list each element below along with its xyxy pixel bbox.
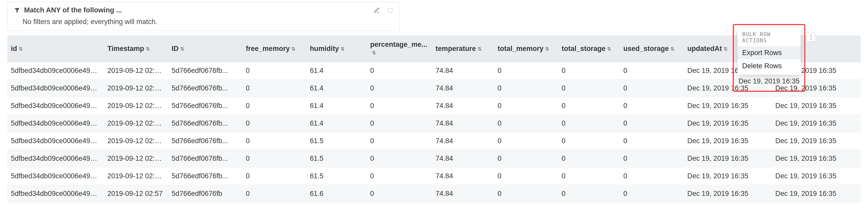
cell-updatedat: Dec 19, 2019 16:35 [684, 185, 772, 203]
table-row[interactable]: 5dfbed34db09ce0006e4971a2019-09-12 02:57… [7, 97, 861, 115]
cell-id[interactable]: 5dfbed34db09ce0006e4971b [7, 80, 104, 97]
cell-used-storage: 0 [620, 185, 684, 203]
cell-total-memory: 0 [494, 185, 558, 203]
cell-temperature: 74.84 [432, 185, 494, 203]
cell-free-memory: 0 [242, 132, 306, 150]
cell-id[interactable]: 5dfbed34db09ce0006e4971a [7, 97, 104, 115]
cell-total-storage: 0 [558, 150, 620, 168]
col-header-free-memory[interactable]: free_memory⇅ [242, 35, 306, 62]
refresh-filter-icon[interactable] [387, 7, 393, 13]
sort-icon: ⇅ [607, 46, 611, 52]
col-header-temperature[interactable]: temperature⇅ [432, 35, 494, 62]
cell-used-storage: 0 [620, 115, 684, 132]
delete-rows-item[interactable]: Delete Rows [738, 60, 801, 73]
cell-free-memory: 0 [242, 150, 306, 168]
cell-updatedat: Dec 19, 2019 16:35 [684, 150, 772, 168]
cell-updatedat: Dec 19, 2019 16:35 [684, 168, 772, 185]
cell-updatedat: Dec 19, 2019 16:35 [684, 132, 772, 150]
cell-total-memory: 0 [494, 150, 558, 168]
sort-icon: ⇅ [180, 46, 184, 52]
cell-id[interactable]: 5dfbed34db09ce0006e49719 [7, 115, 104, 132]
cell-temperature: 74.84 [432, 115, 494, 132]
cell-percentage-me: 0 [367, 97, 432, 115]
table-row[interactable]: 5dfbed34db09ce0006e497152019-09-12 02:57… [7, 185, 861, 203]
cell-id2: 5d766edf0676fb... [168, 80, 242, 97]
cell-humidity: 61.5 [306, 132, 366, 150]
cell-percentage-me: 0 [367, 62, 432, 80]
col-header-total-memory[interactable]: total_memory⇅ [494, 35, 558, 62]
table-row[interactable]: 5dfbed34db09ce0006e497192019-09-12 02:57… [7, 115, 861, 132]
cell-total-memory: 0 [494, 132, 558, 150]
more-vertical-icon: ⋮ [808, 33, 814, 41]
col-header-id2[interactable]: ID⇅ [168, 35, 242, 62]
cell-timestamp: 2019-09-12 02:58:... [104, 80, 168, 97]
cell-id2: 5d766edf0676fb... [168, 150, 242, 168]
cell-createdat: Dec 19, 2019 16:35 [772, 168, 861, 185]
cell-temperature: 74.84 [432, 80, 494, 97]
cell-total-storage: 0 [558, 132, 620, 150]
cell-timestamp: 2019-09-12 02:57:... [104, 97, 168, 115]
col-header-timestamp[interactable]: Timestamp⇅ [104, 35, 168, 62]
cell-total-storage: 0 [558, 185, 620, 203]
sort-icon: ⇅ [671, 46, 675, 52]
col-header-total-storage[interactable]: total_storage⇅ [558, 35, 620, 62]
cell-free-memory: 0 [242, 62, 306, 80]
sort-icon: ⇅ [372, 50, 376, 56]
cell-id2: 5d766edf0676fb... [168, 168, 242, 185]
cell-updatedat: Dec 19, 2019 16:35 [684, 97, 772, 115]
cell-id2: 5d766edf0676fb [168, 185, 242, 203]
cell-timestamp: 2019-09-12 02:57:... [104, 132, 168, 150]
cell-createdat: Dec 19, 2019 16:35 [772, 115, 861, 132]
filter-title: Match ANY of the following ... [24, 6, 370, 14]
cell-createdat: Dec 19, 2019 16:35 [772, 150, 861, 168]
table-row[interactable]: 5dfbed34db09ce0006e497172019-09-12 02:57… [7, 150, 861, 168]
cell-id2: 5d766edf0676fb... [168, 97, 242, 115]
filter-actions [374, 7, 393, 13]
cell-percentage-me: 0 [367, 168, 432, 185]
export-rows-item[interactable]: Export Rows [738, 46, 801, 60]
cell-id[interactable]: 5dfbed34db09ce0006e4971c [7, 62, 104, 80]
col-header-humidity[interactable]: humidity⇅ [306, 35, 366, 62]
cell-createdat: Dec 19, 2019 16:35 [772, 185, 861, 203]
cell-total-storage: 0 [558, 115, 620, 132]
cell-id2: 5d766edf0676fb... [168, 62, 242, 80]
cell-used-storage: 0 [620, 62, 684, 80]
sort-icon: ⇅ [723, 46, 727, 52]
cell-free-memory: 0 [242, 115, 306, 132]
cell-id[interactable]: 5dfbed34db09ce0006e49716 [7, 168, 104, 185]
sort-icon: ⇅ [146, 46, 150, 52]
edit-filter-icon[interactable] [374, 7, 380, 13]
filter-bar: Match ANY of the following ... No filter… [7, 2, 400, 31]
col-header-percentage-me[interactable]: percentage_me...⇅ [367, 35, 432, 62]
filter-subtext: No filters are applied; everything will … [14, 14, 393, 26]
table-row[interactable]: 5dfbed34db09ce0006e497162019-09-12 02:57… [7, 168, 861, 185]
cell-humidity: 61.4 [306, 80, 366, 97]
filter-header: Match ANY of the following ... [14, 6, 393, 14]
cell-humidity: 61.6 [306, 185, 366, 203]
cell-id[interactable]: 5dfbed34db09ce0006e49715 [7, 185, 104, 203]
sort-icon: ⇅ [19, 46, 23, 52]
cell-humidity: 61.4 [306, 97, 366, 115]
cell-used-storage: 0 [620, 97, 684, 115]
cell-total-memory: 0 [494, 80, 558, 97]
cell-percentage-me: 0 [367, 150, 432, 168]
cell-temperature: 74.84 [432, 150, 494, 168]
cell-id[interactable]: 5dfbed34db09ce0006e49718 [7, 132, 104, 150]
cell-free-memory: 0 [242, 185, 306, 203]
cell-humidity: 61.5 [306, 168, 366, 185]
cell-total-storage: 0 [558, 80, 620, 97]
bulk-actions-popover-region: BULK ROW ACTIONS Export Rows Delete Rows… [733, 24, 805, 92]
popover-header: BULK ROW ACTIONS [738, 28, 801, 46]
highlight-annotation: BULK ROW ACTIONS Export Rows Delete Rows… [733, 24, 805, 92]
cell-humidity: 61.4 [306, 62, 366, 80]
table-row[interactable]: 5dfbed34db09ce0006e497182019-09-12 02:57… [7, 132, 861, 150]
col-header-used-storage[interactable]: used_storage⇅ [620, 35, 684, 62]
cell-total-storage: 0 [558, 97, 620, 115]
cell-free-memory: 0 [242, 80, 306, 97]
cell-id[interactable]: 5dfbed34db09ce0006e49717 [7, 150, 104, 168]
sort-icon: ⇅ [291, 46, 296, 52]
kebab-menu-button[interactable]: ⋮ [806, 32, 816, 42]
cell-timestamp: 2019-09-12 02:57:... [104, 168, 168, 185]
cell-total-memory: 0 [494, 115, 558, 132]
col-header-id[interactable]: id⇅ [7, 35, 104, 62]
